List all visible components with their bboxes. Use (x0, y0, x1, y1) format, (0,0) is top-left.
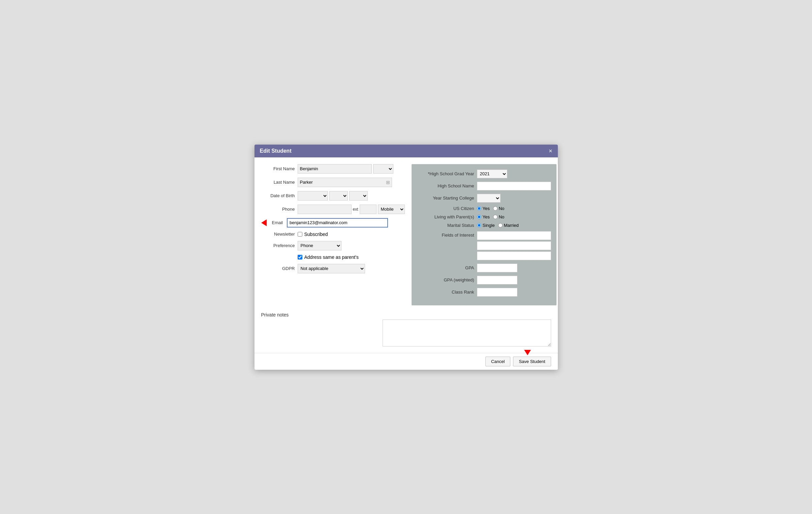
hs-grad-year-label: *High School Grad Year (417, 171, 474, 176)
email-label: Email (272, 220, 283, 225)
last-name-row: Last Name ⊞ (261, 178, 405, 187)
dob-label: Date of Birth (261, 193, 295, 198)
edit-student-modal: Edit Student × First Name Last Name (255, 145, 558, 370)
living-parents-label: Living with Parent(s) (417, 215, 474, 220)
newsletter-checkbox[interactable] (298, 232, 302, 237)
us-citizen-no-label[interactable]: No (493, 206, 504, 211)
gpa-weighted-input[interactable] (477, 276, 517, 284)
living-parents-yes-radio[interactable] (477, 215, 481, 219)
us-citizen-label: US Citizen (417, 206, 474, 211)
living-parents-no-radio[interactable] (493, 215, 497, 219)
gpa-weighted-row: GPA (weighted) (417, 276, 551, 284)
dob-month-select[interactable] (298, 191, 328, 201)
cancel-button[interactable]: Cancel (485, 356, 510, 366)
us-citizen-yes-radio[interactable] (477, 206, 481, 211)
gdpr-label: GDPR (261, 266, 295, 271)
marital-married-text: Married (504, 223, 519, 228)
preference-row: Preference Phone Email Text (261, 241, 405, 251)
email-row: Email (261, 218, 405, 228)
last-name-label: Last Name (261, 180, 295, 185)
fields-of-interest-inputs (477, 231, 551, 260)
newsletter-row: Newsletter Subscribed (261, 232, 405, 237)
dob-inputs (298, 191, 368, 201)
us-citizen-yes-label[interactable]: Yes (477, 206, 490, 211)
fields-of-interest-input-2[interactable] (477, 241, 551, 250)
phone-inputs: ext Mobile Home Work (298, 205, 405, 214)
right-panel: *High School Grad Year 2021 2022 2023 20… (411, 164, 556, 305)
modal-title: Edit Student (260, 148, 292, 154)
preference-select[interactable]: Phone Email Text (298, 241, 342, 251)
living-parents-yes-label[interactable]: Yes (477, 215, 490, 220)
modal-body: First Name Last Name ⊞ Date of Birth (255, 158, 558, 312)
marital-single-text: Single (483, 223, 495, 228)
first-name-label: First Name (261, 166, 295, 171)
living-parents-radio-group: Yes No (477, 215, 504, 220)
living-parents-no-label[interactable]: No (493, 215, 504, 220)
first-name-input[interactable] (298, 164, 372, 174)
living-parents-row: Living with Parent(s) Yes No (417, 215, 551, 220)
marital-status-row: Marital Status Single Married (417, 223, 551, 228)
hs-grad-year-row: *High School Grad Year 2021 2022 2023 20… (417, 170, 551, 178)
save-student-button[interactable]: Save Student (513, 356, 551, 366)
email-input[interactable] (287, 218, 388, 228)
dob-day-select[interactable] (329, 191, 348, 201)
newsletter-label: Newsletter (261, 232, 295, 237)
gpa-row: GPA (417, 263, 551, 272)
us-citizen-row: US Citizen Yes No (417, 206, 551, 211)
marital-status-radio-group: Single Married (477, 223, 519, 228)
hs-name-row: High School Name (417, 182, 551, 191)
us-citizen-radio-group: Yes No (477, 206, 504, 211)
gpa-input[interactable] (477, 263, 517, 272)
first-name-suffix-select[interactable] (373, 164, 394, 174)
gdpr-row: GDPR Not applicable Opted In Opted Out (261, 264, 405, 273)
newsletter-checkbox-group: Subscribed (298, 232, 328, 237)
year-college-select[interactable] (477, 194, 500, 203)
marital-married-radio[interactable] (498, 223, 502, 228)
modal-footer: Cancel Save Student (255, 353, 558, 370)
gdpr-select[interactable]: Not applicable Opted In Opted Out (298, 264, 365, 273)
first-name-row: First Name (261, 164, 405, 174)
ext-input[interactable] (360, 205, 377, 214)
fields-of-interest-input-1[interactable] (477, 231, 551, 240)
year-college-label: Year Starting College (417, 196, 474, 201)
last-name-input[interactable] (298, 178, 392, 187)
private-notes-textarea[interactable] (383, 319, 551, 346)
preference-label: Preference (261, 243, 295, 248)
fields-of-interest-input-3[interactable] (477, 252, 551, 260)
dob-year-select[interactable] (349, 191, 368, 201)
hs-grad-year-select[interactable]: 2021 2022 2023 2020 (477, 170, 507, 178)
marital-married-label[interactable]: Married (498, 223, 519, 228)
phone-input[interactable] (298, 205, 352, 214)
class-rank-label: Class Rank (417, 289, 474, 294)
modal-header: Edit Student × (255, 145, 558, 158)
us-citizen-no-radio[interactable] (493, 206, 497, 211)
left-panel: First Name Last Name ⊞ Date of Birth (261, 164, 405, 305)
address-same-row: Address same as parent's (261, 255, 405, 260)
year-college-row: Year Starting College (417, 194, 551, 203)
gpa-label: GPA (417, 265, 474, 270)
hs-name-input[interactable] (477, 182, 551, 191)
phone-type-select[interactable]: Mobile Home Work (378, 205, 405, 214)
marital-single-label[interactable]: Single (477, 223, 495, 228)
newsletter-subscribed-label: Subscribed (304, 232, 328, 237)
close-button[interactable]: × (549, 148, 552, 154)
private-notes-section: Private notes (255, 312, 558, 353)
address-same-label: Address same as parent's (304, 255, 359, 260)
marital-status-label: Marital Status (417, 223, 474, 228)
marital-single-radio[interactable] (477, 223, 481, 228)
gpa-weighted-label: GPA (weighted) (417, 277, 474, 282)
private-notes-label: Private notes (261, 312, 551, 317)
save-arrow-indicator (524, 350, 531, 355)
dob-row: Date of Birth (261, 191, 405, 201)
first-name-inputs (298, 164, 394, 174)
address-same-checkbox[interactable] (298, 255, 302, 259)
email-arrow-indicator (261, 220, 269, 226)
hs-name-label: High School Name (417, 183, 474, 189)
class-rank-input[interactable] (477, 288, 517, 296)
ext-label: ext (353, 207, 358, 212)
phone-label: Phone (261, 207, 295, 212)
class-rank-row: Class Rank (417, 288, 551, 296)
fields-of-interest-row: Fields of Interest (417, 231, 551, 260)
phone-row: Phone ext Mobile Home Work (261, 205, 405, 214)
fields-of-interest-label: Fields of Interest (417, 231, 474, 238)
